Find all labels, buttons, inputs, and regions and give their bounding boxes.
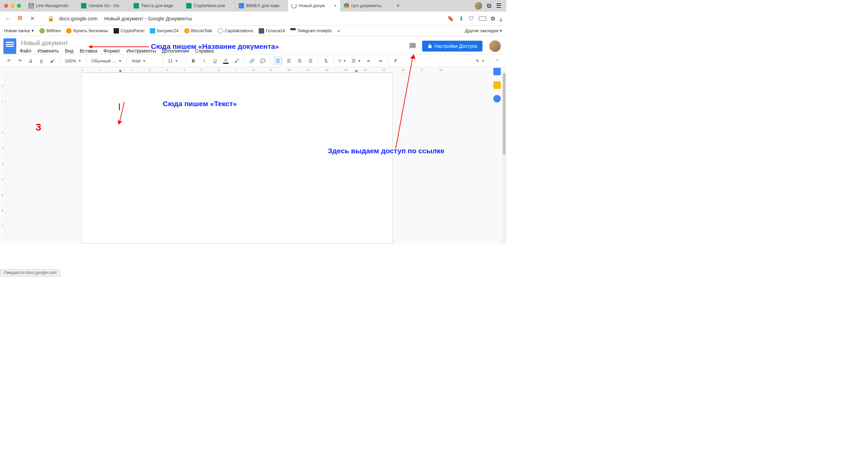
maximize-window-button[interactable]	[17, 4, 21, 8]
bookmark-item[interactable]: Голоса24	[259, 28, 285, 34]
undo-button[interactable]: ↶	[4, 56, 14, 65]
new-tab-button[interactable]: +	[393, 0, 403, 12]
vertical-ruler[interactable]: 211234567	[0, 67, 5, 243]
editor-area: 211234567 21123456789101112131415161718	[0, 67, 506, 243]
redo-button[interactable]: ↷	[15, 56, 24, 65]
scrollbar-thumb[interactable]	[503, 73, 506, 155]
underline-button[interactable]: U	[210, 56, 220, 65]
menu-insert[interactable]: Вставка	[80, 48, 97, 54]
menu-edit[interactable]: Изменить	[37, 48, 59, 54]
tab-close-icon[interactable]: ×	[334, 3, 337, 8]
document-page[interactable]	[81, 73, 393, 243]
browser-tab[interactable]: гугл документы	[340, 0, 393, 12]
indent-marker-right[interactable]	[355, 70, 358, 73]
menu-format[interactable]: Формат	[103, 48, 120, 54]
numbered-list-button[interactable]: ⅟▼	[336, 56, 348, 65]
indent-marker-left[interactable]	[119, 70, 122, 73]
line-spacing-button[interactable]: ⇅	[321, 56, 331, 65]
close-window-button[interactable]	[4, 4, 8, 8]
browser-right-controls: ⧉ ☰	[470, 0, 506, 12]
document-title-input[interactable]: Новый документ	[20, 39, 403, 47]
browser-tab[interactable]: BitMEX для нови	[235, 0, 288, 12]
bookmarks-toggle-icon[interactable]: ⧉	[487, 2, 491, 9]
menu-view[interactable]: Вид	[65, 48, 74, 54]
menu-tools[interactable]: Инструменты	[126, 48, 156, 54]
browser-tab[interactable]: Текста для виде	[130, 0, 183, 12]
lock-icon: 🔒	[47, 15, 54, 22]
other-bookmarks[interactable]: Другие закладки ▾	[465, 28, 502, 33]
browser-tab[interactable]: CryptoNews.one	[183, 0, 235, 12]
keep-icon[interactable]	[493, 81, 501, 89]
url-host[interactable]: docs.google.com	[59, 16, 97, 21]
align-left-button[interactable]: ☰	[273, 56, 283, 65]
browser-tab[interactable]: Ukreine Inc - Go	[78, 0, 130, 12]
battery-icon[interactable]	[479, 17, 486, 21]
menu-addons[interactable]: Дополнения	[162, 48, 189, 54]
browser-tab-bar: toclickLink Managemen Ukreine Inc - Go Т…	[0, 0, 506, 12]
font-select[interactable]: Arial▼	[130, 56, 160, 65]
bookmark-item[interactable]: CryptoPanic	[114, 28, 145, 34]
mode-select[interactable]: ✎▼	[474, 56, 487, 65]
style-select[interactable]: Обычный …▼	[89, 56, 124, 65]
browser-tab[interactable]: toclickLink Managemen	[25, 0, 78, 12]
back-button[interactable]: ←	[4, 15, 12, 22]
menu-bar: Файл Изменить Вид Вставка Формат Инструм…	[20, 48, 403, 54]
bookmark-icon[interactable]: 🔖	[447, 15, 454, 22]
bookmark-item[interactable]: Битрикс24	[150, 28, 178, 34]
browser-tab-active[interactable]: Новый докум×	[288, 0, 340, 12]
bookmark-item[interactable]: Telegram Analytic	[290, 28, 332, 34]
bookmarks-bar: Новая папка ▾ Bitfinex Купить биткоины C…	[0, 26, 506, 36]
vertical-scrollbar[interactable]	[502, 73, 506, 243]
indent-button[interactable]: ⇥	[375, 56, 385, 65]
text-cursor	[119, 103, 120, 110]
align-right-button[interactable]: ☰	[295, 56, 304, 65]
annotation-step-number: 3	[36, 121, 41, 133]
align-center-button[interactable]: ☰	[284, 56, 294, 65]
zoom-select[interactable]: 100%▼	[63, 56, 83, 65]
toolbar: ↶ ↷ 🖨 A 🖌 100%▼ Обычный …▼ Arial▼ 11▼ B …	[0, 54, 506, 67]
minimize-window-button[interactable]	[11, 4, 15, 8]
menu-help[interactable]: Справка	[195, 48, 214, 54]
shield-icon[interactable]: 🛡	[469, 16, 474, 22]
outdent-button[interactable]: ⇤	[364, 56, 374, 65]
bookmarks-overflow[interactable]: »	[337, 28, 340, 33]
copy-icon[interactable]: ⧉	[491, 16, 495, 22]
comment-button[interactable]: 💬	[258, 56, 268, 65]
menu-file[interactable]: Файл	[20, 48, 31, 54]
lock-icon	[428, 44, 432, 48]
tasks-icon[interactable]	[493, 95, 501, 102]
docs-header: Новый документ Файл Изменить Вид Вставка…	[0, 36, 506, 54]
bookmark-item[interactable]: Купить биткоины	[66, 28, 108, 34]
bookmark-folder[interactable]: Новая папка ▾	[4, 28, 34, 33]
bullet-list-button[interactable]: ☰▼	[350, 56, 363, 65]
bookmark-item[interactable]: BitcoinTalk	[184, 28, 212, 34]
bookmark-item[interactable]: Capitalizations	[218, 28, 254, 34]
stop-button[interactable]: ✕	[28, 15, 36, 22]
link-button[interactable]: 🔗	[247, 56, 257, 65]
url-bar: ← Я ✕ 🔒 docs.google.com Новый документ -…	[0, 12, 506, 26]
hide-menus-button[interactable]: ⌃	[493, 56, 502, 65]
align-justify-button[interactable]: ☰	[306, 56, 315, 65]
yandex-icon[interactable]: Я	[16, 15, 24, 22]
print-button[interactable]: 🖨	[26, 56, 35, 65]
side-panel	[493, 68, 501, 102]
font-size-select[interactable]: 11▼	[166, 56, 183, 65]
bold-button[interactable]: B	[189, 56, 198, 65]
horizontal-ruler[interactable]: 21123456789101112131415161718	[5, 67, 506, 73]
share-button[interactable]: Настройки Доступа	[422, 41, 482, 52]
italic-button[interactable]: I	[199, 56, 209, 65]
comments-button[interactable]	[407, 40, 419, 52]
spellcheck-button[interactable]: A	[37, 56, 46, 65]
downloads-tray-icon[interactable]: ↓	[499, 16, 502, 22]
bookmark-item[interactable]: Bitfinex	[39, 28, 61, 34]
calendar-icon[interactable]	[493, 68, 501, 75]
menu-icon[interactable]: ☰	[496, 2, 501, 9]
highlight-button[interactable]: 🖍	[232, 56, 241, 65]
download-icon[interactable]: ⬇	[459, 15, 464, 22]
clear-format-button[interactable]: T	[391, 56, 400, 65]
user-avatar[interactable]	[489, 40, 501, 52]
paint-format-button[interactable]: 🖌	[47, 56, 57, 65]
text-color-button[interactable]: A	[221, 56, 231, 65]
docs-logo-icon[interactable]	[3, 38, 16, 54]
browser-profile-avatar[interactable]	[475, 2, 482, 9]
